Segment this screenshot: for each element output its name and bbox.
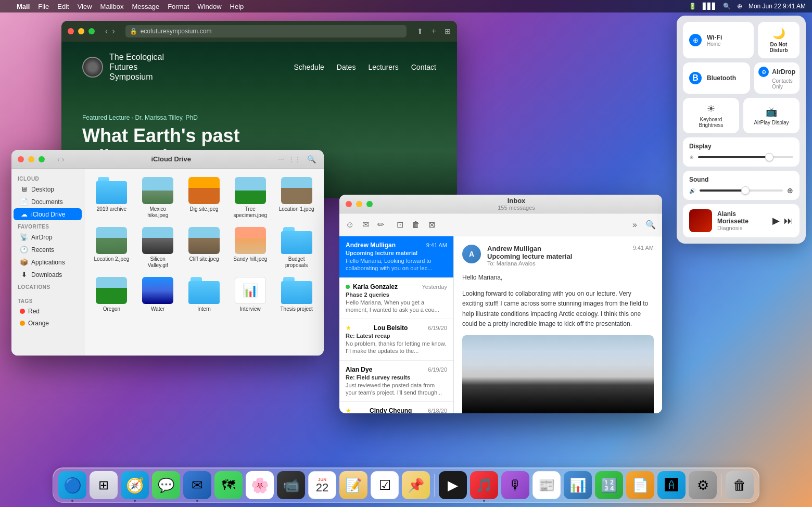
format-menu[interactable]: Format [168,3,189,10]
nav-contact[interactable]: Contact [411,63,436,71]
dock-appstore[interactable]: 🅰 [657,471,686,499]
mail-icon[interactable]: ✉ [362,220,369,230]
file-item-mexico[interactable]: Mexico hike.jpeg [137,175,179,221]
wifi-tile[interactable]: ⊕ Wi-Fi Home [683,22,754,58]
nav-schedule[interactable]: Schedule [294,63,324,71]
dnd-tile[interactable]: 🌙 Do Not Disturb [758,22,800,58]
message-menu[interactable]: Message [132,3,159,10]
bluetooth-tile[interactable]: B Bluetooth [683,62,750,94]
finder-actions-icon[interactable]: ⋮⋮ [288,156,301,163]
dock-keynote[interactable]: 📊 [564,471,592,499]
sidebar-item-desktop[interactable]: 🖥 Desktop [14,183,82,195]
file-item-silicon[interactable]: Silicon Valley.gif [137,225,179,271]
play-icon[interactable]: ▶ [772,215,780,226]
search-icon[interactable]: 🔍 [723,3,731,10]
file-item-2019archive[interactable]: 2019 archive [91,175,133,221]
dock-numbers[interactable]: 🔢 [595,471,623,499]
dock-mail[interactable]: ✉ [183,471,211,499]
dock-messages[interactable]: 💬 [152,471,180,499]
dock-music[interactable]: 🎵 [470,471,498,499]
file-item-sandy[interactable]: Sandy hill.jpeg [229,225,271,271]
file-item-budget[interactable]: Budget proposals [275,225,318,271]
sound-slider[interactable] [700,189,783,192]
nav-lecturers[interactable]: Lecturers [368,63,398,71]
dock-news[interactable]: 📰 [532,471,561,499]
nav-dates[interactable]: Dates [337,63,356,71]
minimize-button[interactable] [78,28,84,34]
file-item-thesis[interactable]: Thesis project [275,275,318,314]
sidebar-item-recents[interactable]: 🕐 Recents [14,244,82,256]
app-menu[interactable]: Mail [17,3,30,10]
move-icon[interactable]: ⊡ [397,220,403,230]
file-item-oregon[interactable]: Oregon [91,275,133,314]
share-icon[interactable]: ⬆ [417,27,423,35]
airplay-display-tile[interactable]: 📺 AirPlay Display [743,98,800,133]
sidebar-item-red[interactable]: Red [14,306,82,317]
file-item-location1[interactable]: Location 1.jpeg [275,175,318,221]
mail-item-4[interactable]: ★ Cindy Cheung 6/18/20 Project timeline … [339,402,453,413]
dock-trash[interactable]: 🗑 [726,471,754,499]
file-item-interview[interactable]: 📊 Interview [229,275,271,314]
view-menu[interactable]: View [78,3,92,10]
mail-item-3[interactable]: Alan Dye 6/19/20 Re: Field survey result… [339,361,453,402]
window-menu[interactable]: Window [197,3,221,10]
mail-item-2[interactable]: ★ Lou Belsito 6/19/20 Re: Latest recap N… [339,319,453,361]
archive-icon[interactable]: ⊠ [428,220,435,230]
sidebar-item-downloads[interactable]: ⬇ Downloads [14,269,82,281]
finder-fullscreen[interactable] [39,156,45,162]
edit-icon[interactable]: ✏ [377,220,384,230]
finder-search-button[interactable]: 🔍 [305,153,318,166]
file-item-location2[interactable]: Location 2.jpeg [91,225,133,271]
url-bar[interactable]: 🔒 ecofuturesymposium.com [125,25,407,37]
display-slider[interactable] [698,156,793,158]
file-item-digsite[interactable]: Dig site.jpeg [183,175,225,221]
back-button[interactable]: ‹ [105,27,108,36]
sidebar-item-icloud[interactable]: ☁ iCloud Drive [14,208,82,220]
finder-back[interactable]: ‹ [57,155,60,163]
more-icon[interactable]: » [632,220,637,230]
dock-finder[interactable]: 🔵 [58,471,86,499]
mailbox-menu[interactable]: Mailbox [100,3,124,10]
dock-photos[interactable]: 🌸 [246,471,274,499]
siri-icon[interactable]: ⊕ [737,3,742,10]
fullscreen-button[interactable] [88,28,95,34]
airdrop-tile[interactable]: ⊕ AirDrop Contacts Only [754,62,800,94]
finder-close[interactable] [18,156,24,162]
mail-minimize[interactable] [356,201,362,207]
dock-reminders[interactable]: ☑ [371,471,399,499]
display-knob[interactable] [765,153,773,161]
file-item-water[interactable]: Water [137,275,179,314]
add-tab-icon[interactable]: + [432,27,436,36]
dock-facetime[interactable]: 📹 [277,471,305,499]
dock-calendar[interactable]: JUN 22 [308,471,336,499]
dock-launchpad[interactable]: ⊞ [90,471,118,499]
sidebar-item-documents[interactable]: 📄 Documents [14,196,82,208]
skip-icon[interactable]: ⏭ [784,216,793,226]
dock-safari[interactable]: 🧭 [121,471,149,499]
mail-item-1[interactable]: Karla Gonzalez Yesterday Phase 2 queries… [339,278,453,320]
sound-knob[interactable] [741,186,750,195]
dock-podcasts[interactable]: 🎙 [501,471,529,499]
edit-menu[interactable]: Edit [57,3,69,10]
file-item-cliff[interactable]: Cliff site.jpeg [183,225,225,271]
delete-icon[interactable]: 🗑 [412,220,420,230]
mail-close[interactable] [346,201,352,207]
sidebar-toggle[interactable]: ⊞ [445,27,451,35]
file-item-tree[interactable]: Tree specimen.jpeg [229,175,271,221]
dock-systemprefs[interactable]: ⚙ [689,471,717,499]
close-button[interactable] [68,28,74,34]
mail-search-icon[interactable]: 🔍 [645,220,656,230]
dock-appletv[interactable]: ▶ [439,471,467,499]
keyboard-brightness-tile[interactable]: ☀ Keyboard Brightness [683,98,739,133]
file-menu[interactable]: File [38,3,49,10]
sound-settings-icon[interactable]: ⊕ [787,186,793,195]
help-menu[interactable]: Help [230,3,244,10]
finder-forward[interactable]: › [62,155,65,163]
sidebar-item-airdrop[interactable]: 📡 AirDrop [14,231,82,243]
sidebar-item-applications[interactable]: 📦 Applications [14,256,82,268]
mail-fullscreen[interactable] [366,201,373,207]
finder-minimize[interactable] [28,156,34,162]
forward-button[interactable]: › [112,27,115,36]
file-item-intern[interactable]: Intern [183,275,225,314]
compose-icon[interactable]: ☺ [346,220,354,230]
